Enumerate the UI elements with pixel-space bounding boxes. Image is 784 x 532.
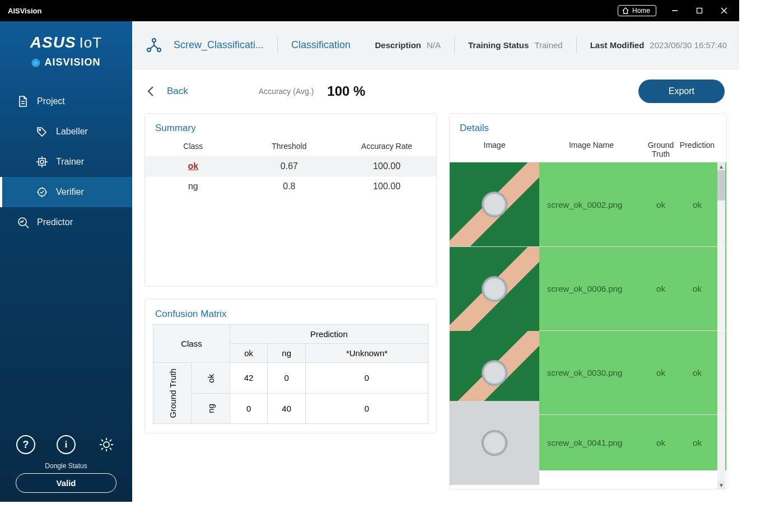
export-button[interactable]: Export (638, 80, 725, 103)
project-name[interactable]: Screw_Classificati... (174, 39, 264, 51)
cm-prediction-label: Prediction (230, 325, 428, 344)
info-button[interactable]: i (57, 435, 76, 454)
home-button[interactable]: Home (618, 5, 656, 16)
scroll-track[interactable] (717, 170, 725, 481)
meta-last-modified: Last Modified 2023/06/30 16:57:40 (590, 40, 727, 50)
cm-class-label: Class (153, 325, 230, 363)
summary-row[interactable]: ng 0.8 100.00 (145, 176, 436, 197)
help-button[interactable]: ? (16, 435, 35, 454)
scroll-thumb[interactable] (717, 170, 725, 200)
subheader: Back Accuracy (Avg.) 100 % Export (132, 69, 739, 113)
document-icon (17, 95, 29, 108)
app-title: AISVision (8, 7, 41, 15)
cm-gt-row: ng (192, 393, 230, 424)
summary-row[interactable]: ok 0.67 100.00 (145, 156, 436, 176)
ground-truth: ok (643, 200, 678, 209)
nav-verifier-label: Verifier (56, 187, 84, 197)
summary-col-threshold: Threshold (241, 138, 338, 156)
image-thumbnail (450, 162, 539, 246)
image-name: screw_ok_0006.png (539, 284, 643, 293)
maximize-button[interactable] (689, 2, 710, 19)
scroll-up-arrow[interactable]: ▲ (717, 162, 725, 170)
brand-line1: ASUS IoT (6, 34, 127, 52)
cm-cell: 0 (230, 393, 268, 424)
verify-gear-icon (36, 186, 48, 198)
svg-point-21 (152, 39, 156, 42)
image-thumbnail (450, 401, 539, 485)
nav-labeller-label: Labeller (56, 127, 88, 137)
summary-card: Summary Class Threshold Accuracy Rate ok… (144, 113, 437, 287)
nav-predictor-label: Predictor (37, 217, 73, 227)
details-col-gt: Ground Truth (643, 141, 678, 158)
nav-trainer[interactable]: Trainer (0, 147, 132, 177)
minimize-button[interactable] (664, 2, 685, 19)
ground-truth: ok (643, 368, 678, 377)
cm-gt-row: ok (192, 363, 230, 394)
details-row[interactable]: screw_ok_0006.png ok ok (450, 246, 726, 330)
summary-col-acc: Accuracy Rate (337, 138, 436, 156)
prediction: ok (678, 368, 716, 377)
summary-cell-class: ok (145, 156, 241, 176)
sidebar-bottom: ? i Dongle Status Valid (0, 435, 132, 493)
nav-labeller[interactable]: Labeller (0, 116, 132, 147)
details-col-pred: Prediction (678, 141, 716, 158)
scroll-down-arrow[interactable]: ▼ (717, 481, 725, 489)
back-link[interactable]: Back (167, 86, 188, 97)
titlebar: AISVision Home (0, 0, 739, 21)
confusion-table: Class Prediction ok ng *Unknown* Ground … (153, 324, 428, 424)
svg-point-8 (40, 160, 44, 164)
nav: Project Labeller Trainer Verifier (0, 86, 132, 237)
svg-rect-7 (39, 158, 45, 165)
sidebar: ASUS IoT ◉ AISVISION Project Labeller (0, 21, 132, 502)
meta-training-status: Training Status Trained (468, 40, 563, 50)
svg-point-20 (104, 442, 109, 447)
image-name: screw_ok_0030.png (539, 368, 643, 377)
divider (277, 37, 278, 54)
project-type-icon (144, 36, 164, 55)
nav-trainer-label: Trainer (56, 157, 84, 167)
main: Screw_Classificati... Classification Des… (132, 21, 739, 502)
nav-project[interactable]: Project (0, 86, 132, 116)
back-chevron-icon[interactable] (147, 86, 158, 97)
details-col-name: Image Name (539, 141, 643, 158)
brand-asus: ASUS (30, 34, 76, 52)
chip-icon (36, 156, 48, 168)
summary-table: Class Threshold Accuracy Rate ok 0.67 10… (145, 138, 436, 197)
cm-cell: 0 (305, 363, 428, 394)
accuracy-value: 100 % (327, 83, 365, 99)
nav-verifier[interactable]: Verifier (0, 177, 132, 207)
prediction: ok (678, 284, 716, 293)
predict-icon (17, 216, 29, 228)
brand-block: ASUS IoT ◉ AISVISION (0, 21, 132, 78)
dongle-status-value: Valid (16, 473, 116, 493)
settings-button[interactable] (97, 435, 116, 454)
tag-icon (36, 125, 48, 138)
desc-value: N/A (427, 40, 441, 50)
details-row[interactable]: screw_ok_0041.png ok ok (450, 414, 726, 470)
details-header: Image Image Name Ground Truth Prediction (450, 138, 726, 162)
eye-icon: ◉ (31, 56, 41, 68)
dongle-status-label: Dongle Status (0, 462, 132, 470)
divider (576, 37, 577, 54)
svg-rect-1 (697, 8, 702, 13)
content: Summary Class Threshold Accuracy Rate ok… (132, 113, 739, 502)
cm-pred-col: ok (230, 344, 268, 363)
window-controls: Home (618, 2, 735, 19)
close-button[interactable] (713, 2, 735, 19)
summary-cell-class: ng (145, 176, 241, 197)
summary-cell-acc: 100.00 (337, 156, 436, 176)
details-col-image: Image (450, 141, 539, 158)
summary-cell-threshold: 0.67 (241, 156, 338, 176)
brand-iot: IoT (80, 34, 102, 52)
brand-aisvision: AISVISION (44, 57, 100, 68)
nav-predictor[interactable]: Predictor (0, 207, 132, 237)
brand-line2: ◉ AISVISION (6, 56, 127, 68)
svg-point-6 (39, 129, 41, 131)
info-icon: i (65, 440, 67, 450)
details-body: ▲ ▼ screw_ok_0002.png ok ok (450, 162, 726, 489)
details-row[interactable]: screw_ok_0002.png ok ok (450, 162, 726, 246)
meta-description: Description N/A (375, 40, 441, 50)
cm-cell: 42 (230, 363, 268, 394)
summary-title: Summary (145, 114, 436, 138)
gear-icon (98, 436, 115, 453)
